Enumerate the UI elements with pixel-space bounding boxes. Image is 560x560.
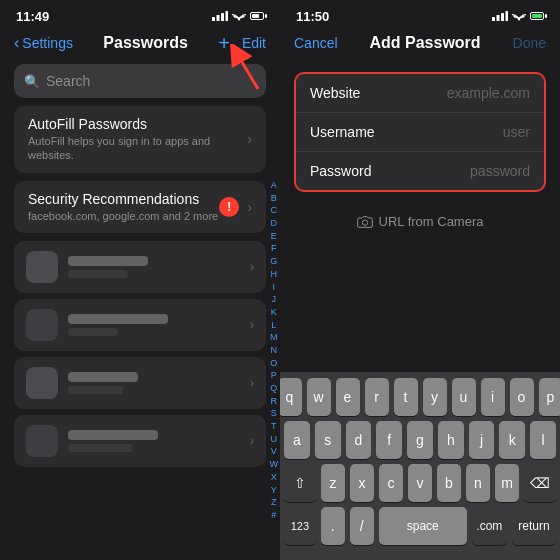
key-k[interactable]: k xyxy=(499,421,525,459)
period-key[interactable]: . xyxy=(321,507,345,545)
security-content: Security Recommendations facebook.com, g… xyxy=(28,191,219,223)
back-chevron-icon: ‹ xyxy=(14,34,19,52)
autofill-section: AutoFill Passwords AutoFill helps you si… xyxy=(14,106,266,173)
key-c[interactable]: c xyxy=(379,464,403,502)
security-subtitle: facebook.com, google.com and 2 more xyxy=(28,209,219,223)
password-row[interactable]: Password password xyxy=(296,152,544,190)
autofill-title: AutoFill Passwords xyxy=(28,116,247,132)
svg-rect-8 xyxy=(497,15,500,21)
shift-key[interactable]: ⇧ xyxy=(284,464,316,502)
delete-key[interactable]: ⌫ xyxy=(524,464,556,502)
page-title-right: Add Password xyxy=(369,34,480,52)
alphabet-sidebar[interactable]: A B C D E F G H I J K L M N O P Q R S T … xyxy=(270,180,279,522)
pw-chevron-4: › xyxy=(250,434,254,448)
key-j[interactable]: j xyxy=(469,421,495,459)
cancel-button[interactable]: Cancel xyxy=(294,35,338,51)
slash-key[interactable]: / xyxy=(350,507,374,545)
back-label: Settings xyxy=(22,35,73,51)
return-key[interactable]: return xyxy=(512,507,556,545)
key-w[interactable]: w xyxy=(307,378,331,416)
add-password-form: Website example.com Username user Passwo… xyxy=(294,72,546,192)
website-label: Website xyxy=(310,85,390,101)
pw-icon-3 xyxy=(26,367,58,399)
svg-rect-0 xyxy=(212,17,215,21)
pw-user-blur-2 xyxy=(68,328,118,336)
autofill-item[interactable]: AutoFill Passwords AutoFill helps you si… xyxy=(14,106,266,173)
website-row[interactable]: Website example.com xyxy=(296,74,544,113)
password-label: Password xyxy=(310,163,390,179)
svg-rect-2 xyxy=(221,13,224,21)
svg-point-4 xyxy=(238,18,240,20)
password-input[interactable]: password xyxy=(470,163,530,179)
password-item-4[interactable]: › xyxy=(14,415,266,467)
key-f[interactable]: f xyxy=(376,421,402,459)
signal-icon-right xyxy=(492,11,508,21)
svg-rect-9 xyxy=(501,13,504,21)
key-a[interactable]: a xyxy=(284,421,310,459)
battery-icon-right xyxy=(530,12,544,20)
num-key[interactable]: 123 xyxy=(284,507,316,545)
key-i[interactable]: i xyxy=(481,378,505,416)
pw-text-3 xyxy=(68,372,240,394)
key-s[interactable]: s xyxy=(315,421,341,459)
url-camera-button[interactable]: URL from Camera xyxy=(280,214,560,229)
status-bar-left: 11:49 xyxy=(0,0,280,26)
key-e[interactable]: e xyxy=(336,378,360,416)
svg-rect-7 xyxy=(492,17,495,21)
done-button[interactable]: Done xyxy=(513,35,546,51)
back-button[interactable]: ‹ Settings xyxy=(14,34,73,52)
pw-name-blur-2 xyxy=(68,314,168,324)
keyboard-row-1: q w e r t y u i o p xyxy=(284,378,556,416)
key-q[interactable]: q xyxy=(278,378,302,416)
pw-user-blur-4 xyxy=(68,444,133,452)
key-x[interactable]: x xyxy=(350,464,374,502)
key-o[interactable]: o xyxy=(510,378,534,416)
key-r[interactable]: r xyxy=(365,378,389,416)
security-title: Security Recommendations xyxy=(28,191,219,207)
username-input[interactable]: user xyxy=(503,124,530,140)
warning-badge: ! xyxy=(219,197,239,217)
key-u[interactable]: u xyxy=(452,378,476,416)
key-b[interactable]: b xyxy=(437,464,461,502)
keyboard-row-4: 123 . / space .com return xyxy=(284,507,556,545)
url-camera-label: URL from Camera xyxy=(379,214,484,229)
svg-point-12 xyxy=(362,220,367,225)
signal-icon xyxy=(212,11,228,21)
keyboard-row-3: ⇧ z x c v b n m ⌫ xyxy=(284,464,556,502)
dotcom-key[interactable]: .com xyxy=(472,507,507,545)
security-item[interactable]: Security Recommendations facebook.com, g… xyxy=(14,181,266,233)
space-key[interactable]: space xyxy=(379,507,467,545)
page-title-left: Passwords xyxy=(103,34,187,52)
key-h[interactable]: h xyxy=(438,421,464,459)
key-p[interactable]: p xyxy=(539,378,561,416)
key-d[interactable]: d xyxy=(346,421,372,459)
website-input[interactable]: example.com xyxy=(447,85,530,101)
keyboard-row-2: a s d f g h j k l xyxy=(284,421,556,459)
password-item-1[interactable]: › xyxy=(14,241,266,293)
password-item-2[interactable]: › xyxy=(14,299,266,351)
security-section: Security Recommendations facebook.com, g… xyxy=(14,181,266,233)
battery-icon xyxy=(250,12,264,20)
key-y[interactable]: y xyxy=(423,378,447,416)
pw-text-1 xyxy=(68,256,240,278)
pw-text-2 xyxy=(68,314,240,336)
key-v[interactable]: v xyxy=(408,464,432,502)
svg-rect-1 xyxy=(217,15,220,21)
password-item-3[interactable]: › xyxy=(14,357,266,409)
search-icon: 🔍 xyxy=(24,74,40,89)
pw-name-blur-1 xyxy=(68,256,148,266)
camera-icon xyxy=(357,215,373,229)
password-list: › › › › xyxy=(0,241,280,560)
username-row[interactable]: Username user xyxy=(296,113,544,152)
key-l[interactable]: l xyxy=(530,421,556,459)
key-m[interactable]: m xyxy=(495,464,519,502)
key-g[interactable]: g xyxy=(407,421,433,459)
wifi-icon xyxy=(232,11,246,21)
key-n[interactable]: n xyxy=(466,464,490,502)
svg-point-11 xyxy=(518,18,520,20)
autofill-chevron-icon: › xyxy=(247,131,252,147)
key-z[interactable]: z xyxy=(321,464,345,502)
pw-name-blur-3 xyxy=(68,372,138,382)
key-t[interactable]: t xyxy=(394,378,418,416)
autofill-content: AutoFill Passwords AutoFill helps you si… xyxy=(28,116,247,163)
